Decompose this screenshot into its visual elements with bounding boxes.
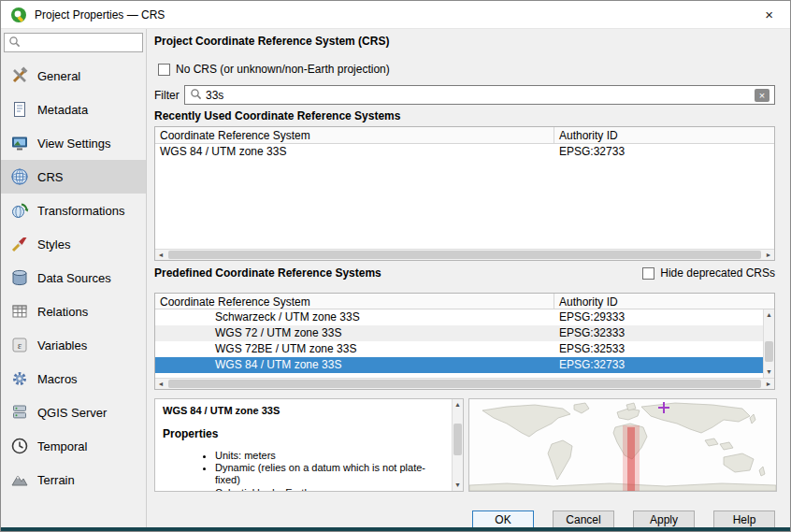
sidebar-item-data-sources[interactable]: Data Sources: [1, 261, 146, 295]
sidebar-item-transformations[interactable]: Transformations: [1, 194, 146, 227]
scroll-left-icon[interactable]: ◄: [155, 379, 166, 389]
macros-icon: [10, 369, 29, 388]
sidebar-search-box[interactable]: [4, 33, 143, 52]
sidebar-item-variables[interactable]: ε Variables: [1, 328, 146, 362]
column-header-authority[interactable]: Authority ID: [554, 127, 774, 143]
filter-row: Filter ×: [154, 85, 775, 105]
sidebar-item-label: QGIS Server: [37, 406, 107, 420]
crs-properties-list: Units: meters Dynamic (relies on a datum…: [163, 450, 448, 492]
scroll-right-icon[interactable]: ►: [763, 250, 774, 260]
sidebar-item-relations[interactable]: Relations: [1, 295, 146, 328]
sidebar-item-qgis-server[interactable]: QGIS Server: [1, 395, 146, 429]
crs-name-cell: WGS 84 / UTM zone 33S: [155, 144, 554, 160]
authority-id-cell: EPSG:32733: [554, 144, 774, 160]
world-map: [469, 399, 776, 491]
scroll-up-icon[interactable]: ▲: [764, 309, 774, 321]
authority-id-cell: EPSG:29333: [554, 309, 763, 325]
titlebar[interactable]: Project Properties — CRS ×: [1, 1, 790, 29]
scroll-down-icon[interactable]: ▼: [453, 480, 463, 491]
crs-details-content: WGS 84 / UTM zone 33S Properties Units: …: [155, 399, 452, 492]
no-crs-checkbox[interactable]: [158, 64, 170, 76]
v-scrollbar[interactable]: ▲ ▼: [452, 399, 463, 491]
predefined-table-body: Schwarzeck / UTM zone 33S EPSG:29333 WGS…: [155, 309, 763, 378]
filter-input-box[interactable]: ×: [184, 85, 775, 105]
table-row-selected[interactable]: WGS 84 / UTM zone 33S EPSG:32733: [155, 357, 763, 373]
no-crs-label: No CRS (or unknown/non-Earth projection): [176, 63, 390, 76]
h-scrollbar[interactable]: ◄ ►: [155, 378, 774, 389]
scroll-thumb[interactable]: [168, 380, 761, 388]
crs-details-panel: WGS 84 / UTM zone 33S Properties Units: …: [154, 398, 464, 492]
sidebar-search-input[interactable]: [21, 36, 138, 50]
sidebar-item-general[interactable]: General: [1, 59, 146, 93]
recent-table-body: WGS 84 / UTM zone 33S EPSG:32733: [155, 144, 774, 249]
scroll-track[interactable]: [166, 250, 763, 260]
scroll-thumb[interactable]: [453, 424, 462, 455]
crs-name-cell: WGS 72BE / UTM zone 33S: [155, 341, 554, 357]
sidebar-item-temporal[interactable]: Temporal: [1, 429, 146, 463]
predefined-crs-table: Coordinate Reference System Authority ID…: [154, 293, 775, 390]
metadata-icon: [10, 100, 29, 119]
scroll-up-icon[interactable]: ▲: [453, 399, 463, 410]
filter-input[interactable]: [206, 89, 751, 102]
sidebar-item-crs[interactable]: CRS: [1, 160, 146, 194]
scroll-down-icon[interactable]: ▼: [764, 367, 774, 378]
sidebar-item-styles[interactable]: Styles: [1, 227, 146, 261]
column-header-authority[interactable]: Authority ID: [554, 294, 774, 309]
sidebar-item-label: Variables: [37, 338, 87, 352]
qgis-server-icon: [10, 403, 29, 422]
no-crs-row: No CRS (or unknown/non-Earth projection): [158, 63, 390, 76]
filter-label: Filter: [154, 89, 184, 102]
column-header-crs[interactable]: Coordinate Reference System: [155, 294, 554, 309]
clear-filter-icon[interactable]: ×: [755, 89, 769, 102]
v-scrollbar[interactable]: ▲ ▼: [763, 309, 774, 378]
sidebar-item-view-settings[interactable]: View Settings: [1, 126, 146, 160]
sidebar-item-macros[interactable]: Macros: [1, 362, 146, 395]
table-row[interactable]: WGS 72 / UTM zone 33S EPSG:32333: [155, 325, 763, 341]
scroll-track[interactable]: [453, 410, 463, 480]
scroll-track[interactable]: [166, 379, 763, 389]
sidebar: General Metadata: [1, 29, 147, 527]
authority-id-cell: EPSG:32733: [554, 357, 763, 373]
table-row[interactable]: Schwarzeck / UTM zone 33S EPSG:29333: [155, 309, 763, 325]
transformations-icon: [10, 201, 29, 220]
styles-icon: [10, 235, 29, 253]
crs-property: Units: meters: [215, 450, 448, 462]
project-properties-dialog: Project Properties — CRS ×: [0, 0, 791, 532]
sidebar-item-metadata[interactable]: Metadata: [1, 93, 146, 126]
window-title: Project Properties — CRS: [35, 8, 165, 22]
scroll-left-icon[interactable]: ◄: [155, 250, 166, 260]
table-row[interactable]: WGS 84 / UTM zone 33S EPSG:32733: [155, 144, 774, 160]
crs-globe-icon: [10, 167, 29, 186]
sidebar-item-terrain[interactable]: Terrain: [1, 463, 146, 496]
search-icon: [8, 36, 21, 50]
sidebar-item-label: CRS: [37, 170, 63, 184]
sidebar-item-label: Metadata: [37, 103, 88, 117]
page-title: Project Coordinate Reference System (CRS…: [154, 35, 389, 48]
table-row[interactable]: WGS 72BE / UTM zone 33S EPSG:32533: [155, 341, 763, 357]
scroll-right-icon[interactable]: ►: [763, 379, 774, 389]
predefined-section-row: Predefined Coordinate Reference Systems …: [154, 266, 775, 280]
scroll-thumb[interactable]: [765, 341, 773, 362]
sidebar-item-label: Terrain: [37, 473, 75, 487]
crs-details-name: WGS 84 / UTM zone 33S: [163, 405, 448, 416]
qgis-logo-icon: [10, 7, 27, 23]
data-sources-icon: [10, 268, 29, 287]
crs-name-cell: WGS 72 / UTM zone 33S: [155, 325, 554, 341]
h-scrollbar[interactable]: ◄ ►: [155, 249, 774, 260]
crs-name-cell: WGS 84 / UTM zone 33S: [155, 357, 554, 373]
general-icon: [10, 66, 29, 85]
hide-deprecated-checkbox[interactable]: [642, 267, 654, 280]
sidebar-item-label: Transformations: [37, 204, 124, 218]
scroll-track[interactable]: [764, 321, 774, 367]
column-header-crs[interactable]: Coordinate Reference System: [155, 127, 554, 143]
sidebar-items: General Metadata: [1, 59, 146, 496]
hide-deprecated-label: Hide deprecated CRSs: [660, 266, 775, 280]
sidebar-item-label: Styles: [37, 237, 70, 252]
scroll-thumb[interactable]: [168, 251, 761, 259]
relations-icon: [10, 302, 29, 321]
hide-deprecated-row: Hide deprecated CRSs: [642, 266, 775, 280]
search-icon: [190, 88, 202, 103]
sidebar-item-label: Macros: [37, 372, 78, 386]
sidebar-item-label: Relations: [37, 305, 88, 319]
close-icon[interactable]: ×: [757, 4, 781, 25]
